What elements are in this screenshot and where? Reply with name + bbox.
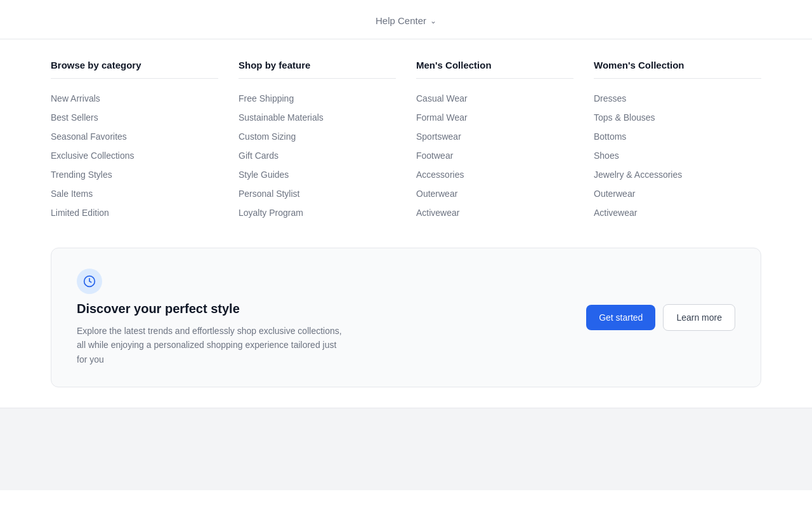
menu-item-seasonal-favorites[interactable]: Seasonal Favorites: [51, 127, 218, 146]
menu-item-free-shipping[interactable]: Free Shipping: [239, 89, 396, 108]
menu-container: Browse by categoryNew ArrivalsBest Selle…: [0, 39, 812, 243]
menu-item-sportswear[interactable]: Sportswear: [416, 127, 573, 146]
menu-item-casual-wear[interactable]: Casual Wear: [416, 89, 573, 108]
promo-description: Explore the latest trends and effortless…: [77, 324, 343, 366]
menu-item-outerwear[interactable]: Outerwear: [416, 184, 573, 203]
menu-item-personal-stylist[interactable]: Personal Stylist: [239, 184, 396, 203]
menu-item-trending-styles[interactable]: Trending Styles: [51, 165, 218, 184]
get-started-button[interactable]: Get started: [586, 305, 655, 330]
column-divider-shop-by-feature: [239, 78, 396, 79]
promo-icon: [77, 269, 102, 294]
column-mens-collection: Men's CollectionCasual WearFormal WearSp…: [406, 60, 584, 222]
menu-item-tops-and-blouses[interactable]: Tops & Blouses: [594, 108, 761, 127]
menu-item-loyalty-program[interactable]: Loyalty Program: [239, 203, 396, 222]
learn-more-button[interactable]: Learn more: [663, 304, 735, 331]
column-header-shop-by-feature: Shop by feature: [239, 60, 396, 70]
menu-item-activewear[interactable]: Activewear: [416, 203, 573, 222]
menu-item-shoes[interactable]: Shoes: [594, 146, 761, 165]
menu-item-formal-wear[interactable]: Formal Wear: [416, 108, 573, 127]
help-center-label: Help Center: [376, 15, 426, 26]
menu-item-outerwear[interactable]: Outerwear: [594, 184, 761, 203]
menu-item-dresses[interactable]: Dresses: [594, 89, 761, 108]
bottom-section: [0, 408, 812, 490]
menu-item-footwear[interactable]: Footwear: [416, 146, 573, 165]
column-browse-by-category: Browse by categoryNew ArrivalsBest Selle…: [51, 60, 228, 222]
column-shop-by-feature: Shop by featureFree ShippingSustainable …: [228, 60, 406, 222]
menu-item-gift-cards[interactable]: Gift Cards: [239, 146, 396, 165]
menu-item-best-sellers[interactable]: Best Sellers: [51, 108, 218, 127]
menu-item-sale-items[interactable]: Sale Items: [51, 184, 218, 203]
menu-item-exclusive-collections[interactable]: Exclusive Collections: [51, 146, 218, 165]
column-divider-womens-collection: [594, 78, 761, 79]
menu-item-limited-edition[interactable]: Limited Edition: [51, 203, 218, 222]
menu-item-activewear[interactable]: Activewear: [594, 203, 761, 222]
menu-item-sustainable-materials[interactable]: Sustainable Materials: [239, 108, 396, 127]
menu-item-bottoms[interactable]: Bottoms: [594, 127, 761, 146]
menu-item-jewelry-and-accessories[interactable]: Jewelry & Accessories: [594, 165, 761, 184]
column-header-womens-collection: Women's Collection: [594, 60, 761, 70]
menu-item-style-guides[interactable]: Style Guides: [239, 165, 396, 184]
menu-item-accessories[interactable]: Accessories: [416, 165, 573, 184]
menu-item-new-arrivals[interactable]: New Arrivals: [51, 89, 218, 108]
column-header-mens-collection: Men's Collection: [416, 60, 573, 70]
menu-item-custom-sizing[interactable]: Custom Sizing: [239, 127, 396, 146]
help-center-button[interactable]: Help Center ⌄: [370, 13, 442, 29]
top-bar: Help Center ⌄: [0, 0, 812, 39]
promo-section: Discover your perfect style Explore the …: [51, 248, 761, 387]
promo-content: Discover your perfect style Explore the …: [77, 269, 343, 366]
chevron-down-icon: ⌄: [430, 17, 436, 25]
column-womens-collection: Women's CollectionDressesTops & BlousesB…: [584, 60, 761, 222]
column-header-browse-by-category: Browse by category: [51, 60, 218, 70]
promo-actions: Get started Learn more: [586, 304, 735, 331]
column-divider-mens-collection: [416, 78, 573, 79]
promo-title: Discover your perfect style: [77, 302, 343, 316]
column-divider-browse-by-category: [51, 78, 218, 79]
